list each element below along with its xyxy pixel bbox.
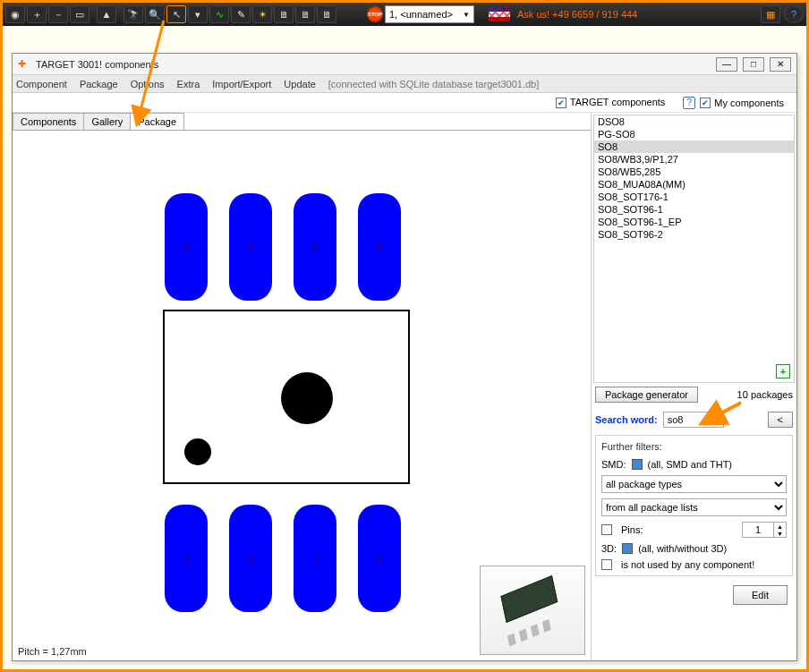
app-icon: ✚	[18, 58, 30, 71]
notused-label: is not used by any component!	[621, 559, 754, 570]
close-button[interactable]: ✕	[770, 57, 791, 72]
menu-package[interactable]: Package	[80, 79, 118, 89]
chevron-down-icon: ▼	[463, 11, 470, 19]
wave-icon[interactable]: ∿	[209, 5, 229, 23]
search-input[interactable]	[663, 412, 724, 428]
spin-down-icon[interactable]: ▼	[773, 530, 786, 537]
cart-icon[interactable]: ▦	[761, 5, 780, 23]
window-title: TARGET 3001! components	[36, 59, 158, 70]
filters-panel: Further filters: SMD: (all, SMD and THT)…	[595, 435, 793, 576]
askus-label: Ask us! +49 6659 / 919 444	[512, 9, 643, 20]
pin1-marker-large	[281, 372, 333, 424]
target-components-checkbox[interactable]: TARGET components	[556, 97, 666, 108]
left-pane: Components Gallery Package 8 7 6 5 1 2 3…	[13, 113, 591, 660]
list-item[interactable]: SO8_SOT96-1_EP	[594, 216, 794, 228]
search-label: Search word:	[595, 414, 658, 425]
package-count-label: 10 packages	[737, 389, 793, 400]
layer-combo-value: 1, <unnamed>	[389, 9, 453, 20]
list-item[interactable]: DSO8	[594, 115, 794, 128]
menu-extra[interactable]: Extra	[177, 79, 200, 89]
pitch-label: Pitch = 1,27mm	[18, 646, 87, 657]
edit-button[interactable]: Edit	[733, 585, 788, 605]
pad-number: 3	[311, 552, 318, 566]
zoom-in-icon[interactable]: ＋	[27, 5, 47, 23]
list-item[interactable]: SO8_SOT176-1	[594, 191, 794, 203]
zoom-icon[interactable]: 🔍	[145, 5, 165, 23]
titlebar: ✚ TARGET 3001! components — □ ✕	[13, 54, 796, 75]
options-row: TARGET components ?My components	[13, 93, 796, 113]
doc3-icon[interactable]: 🗎	[317, 5, 336, 23]
dropdown-icon[interactable]: ▾	[188, 5, 208, 23]
right-pane: DSO8PG-SO8SO8SO8/WB3,9/P1,27SO8/WB5,285S…	[591, 113, 796, 660]
pins-checkbox[interactable]	[601, 524, 612, 535]
notused-checkbox[interactable]	[601, 559, 612, 570]
list-item[interactable]: PG-SO8	[594, 128, 794, 140]
pin1-marker-small	[184, 438, 211, 465]
3d-tristate-icon[interactable]	[622, 543, 633, 554]
app-toolbar: ◉ ＋ － ▭ ▲ 🔭 🔍 ↖ ▾ ∿ ✎ ✶ 🗎 🗎 🗎 STOP 1, <u…	[3, 3, 806, 26]
fit-icon[interactable]: ▭	[70, 5, 89, 23]
spin-up-icon[interactable]: ▲	[773, 523, 786, 530]
add-package-button[interactable]: +	[776, 364, 790, 379]
smd-value: (all, SMD and THT)	[648, 459, 733, 470]
list-item[interactable]: SO8_MUA08A(MM)	[594, 178, 794, 191]
package-lists-select[interactable]: from all package lists	[601, 498, 787, 516]
pad-number: 7	[247, 241, 253, 254]
maximize-button[interactable]: □	[743, 57, 764, 72]
pad-number: 1	[183, 552, 189, 566]
tab-package[interactable]: Package	[130, 113, 184, 131]
help-icon[interactable]: ?	[784, 5, 804, 23]
list-item[interactable]: SO8/WB3,9/P1,27	[594, 153, 794, 166]
smd-label: SMD:	[601, 459, 626, 470]
menubar: Component Package Options Extra Import/E…	[13, 75, 796, 93]
menu-options[interactable]: Options	[131, 79, 165, 89]
list-item[interactable]: SO8_SOT96-2	[594, 228, 794, 241]
menu-component[interactable]: Component	[16, 79, 67, 89]
pad-number: 8	[183, 241, 189, 254]
doc2-icon[interactable]: 🗎	[295, 5, 315, 23]
tab-components[interactable]: Components	[13, 113, 84, 131]
package-types-select[interactable]: all package types	[601, 475, 787, 493]
list-item[interactable]: SO8_SOT96-1	[594, 203, 794, 216]
connection-status: [connected with SQLite database target30…	[328, 79, 539, 89]
spark-icon[interactable]: ✶	[252, 5, 272, 23]
cursor-icon[interactable]: ↖	[166, 5, 186, 23]
stop-icon[interactable]: STOP	[367, 6, 383, 22]
pins-label: Pins:	[621, 524, 643, 535]
help-badge-icon[interactable]: ?	[683, 97, 695, 109]
tab-strip: Components Gallery Package	[13, 113, 183, 131]
components-dialog: ✚ TARGET 3001! components — □ ✕ Componen…	[12, 53, 797, 661]
list-item[interactable]: SO8/WB5,285	[594, 166, 794, 178]
menu-update[interactable]: Update	[284, 79, 315, 89]
pins-value-input[interactable]	[743, 523, 773, 537]
pad-number: 4	[376, 552, 382, 566]
package-canvas: 8 7 6 5 1 2 3 4	[13, 130, 591, 660]
smd-tristate-icon[interactable]	[632, 459, 643, 470]
package-list[interactable]: DSO8PG-SO8SO8SO8/WB3,9/P1,27SO8/WB5,285S…	[593, 115, 795, 383]
flag-icon[interactable]	[489, 7, 510, 21]
pad-number: 2	[247, 552, 253, 566]
chip-3d-icon	[494, 572, 571, 649]
binoculars-icon[interactable]: 🔭	[123, 5, 143, 23]
pad-number: 5	[376, 241, 382, 254]
list-item[interactable]: SO8	[594, 140, 794, 153]
layer-combo[interactable]: 1, <unnamed> ▼	[385, 5, 474, 23]
package-generator-button[interactable]: Package generator	[595, 387, 698, 403]
pointer-icon[interactable]: ▲	[97, 5, 116, 23]
my-components-checkbox[interactable]: ?My components	[683, 97, 784, 109]
doc1-icon[interactable]: 🗎	[274, 5, 294, 23]
pins-spinner[interactable]: ▲▼	[742, 522, 787, 538]
pad-number: 6	[311, 241, 318, 254]
menu-import-export[interactable]: Import/Export	[212, 79, 271, 89]
3d-preview	[480, 566, 585, 655]
3d-value: (all, with/without 3D)	[638, 543, 727, 554]
pen-icon[interactable]: ✎	[231, 5, 251, 23]
search-back-button[interactable]: <	[768, 412, 793, 428]
3d-label: 3D:	[601, 543, 617, 554]
filters-header: Further filters:	[601, 441, 787, 452]
zoom-out-icon[interactable]: －	[48, 5, 68, 23]
minimize-button[interactable]: —	[716, 57, 737, 72]
eye-icon[interactable]: ◉	[5, 5, 25, 23]
tab-gallery[interactable]: Gallery	[83, 113, 131, 131]
